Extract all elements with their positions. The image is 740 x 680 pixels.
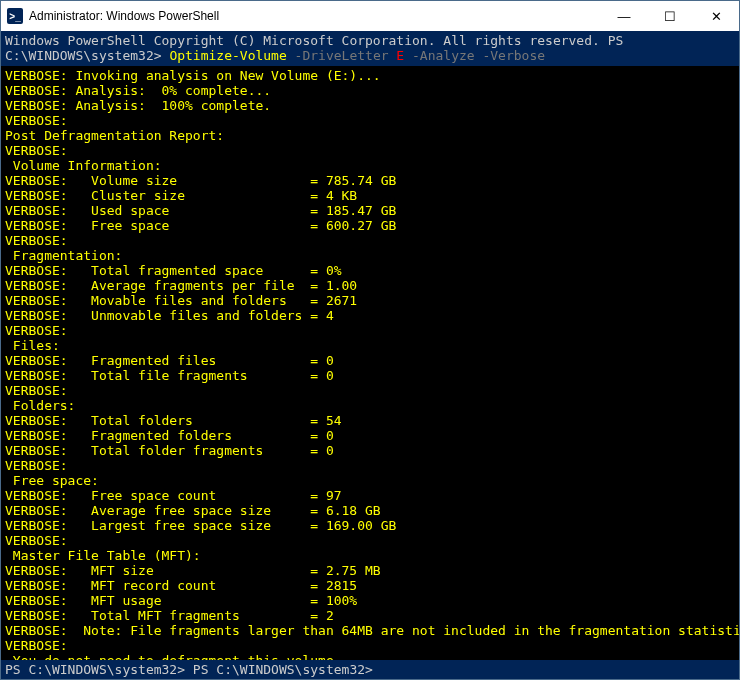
output-line: Volume Information:: [5, 158, 162, 173]
output-line: VERBOSE: Used space = 185.47 GB: [5, 203, 396, 218]
output-line: Master File Table (MFT):: [5, 548, 201, 563]
output-line: VERBOSE: MFT usage = 100%: [5, 593, 357, 608]
output-line: Fragmentation:: [5, 248, 122, 263]
arg-drive: E: [396, 48, 404, 63]
output-line: VERBOSE:: [5, 233, 68, 248]
output-line: VERBOSE: Movable files and folders = 267…: [5, 293, 357, 308]
output-line: VERBOSE: MFT size = 2.75 MB: [5, 563, 381, 578]
window-title: Administrator: Windows PowerShell: [29, 9, 601, 23]
output-line: VERBOSE:: [5, 323, 68, 338]
output-line: VERBOSE: Invoking analysis on New Volume…: [5, 68, 381, 83]
output-line: VERBOSE: Fragmented files = 0: [5, 353, 334, 368]
output-line: VERBOSE: Free space count = 97: [5, 488, 342, 503]
output-line: VERBOSE: Total MFT fragments = 2: [5, 608, 334, 623]
output-line: VERBOSE: Average fragments per file = 1.…: [5, 278, 357, 293]
param-analyze: -Analyze: [412, 48, 475, 63]
param-verbose: -Verbose: [482, 48, 545, 63]
output-line: VERBOSE: Total folder fragments = 0: [5, 443, 334, 458]
output-line: VERBOSE:: [5, 113, 68, 128]
output-line: VERBOSE: Analysis: 100% complete.: [5, 98, 271, 113]
output-line: VERBOSE:: [5, 458, 68, 473]
output-line: Post Defragmentation Report:: [5, 128, 224, 143]
maximize-button[interactable]: ☐: [647, 1, 693, 31]
output-line: VERBOSE: Total folders = 54: [5, 413, 342, 428]
prompt-line: PS C:\WINDOWS\system32>: [193, 662, 373, 677]
output-line: VERBOSE:: [5, 533, 68, 548]
banner: Windows PowerShell Copyright (C) Microso…: [1, 31, 739, 66]
output-line: Files:: [5, 338, 60, 353]
output-line: VERBOSE: Fragmented folders = 0: [5, 428, 334, 443]
param-driveletter: -DriveLetter: [295, 48, 389, 63]
titlebar[interactable]: >_ Administrator: Windows PowerShell — ☐…: [1, 1, 739, 31]
output-line: VERBOSE: Analysis: 0% complete...: [5, 83, 271, 98]
banner-line2: Copyright (C) Microsoft Corporation. All…: [154, 33, 600, 48]
command: Optimize-Volume: [169, 48, 286, 63]
output-line: VERBOSE: Volume size = 785.74 GB: [5, 173, 396, 188]
output-line: VERBOSE: Unmovable files and folders = 4: [5, 308, 334, 323]
output-line: VERBOSE: Largest free space size = 169.0…: [5, 518, 396, 533]
output-line: VERBOSE: Note: File fragments larger tha…: [5, 623, 739, 638]
prompt-line: PS C:\WINDOWS\system32>: [5, 662, 185, 677]
powershell-window: >_ Administrator: Windows PowerShell — ☐…: [0, 0, 740, 680]
prompt-area[interactable]: PS C:\WINDOWS\system32> PS C:\WINDOWS\sy…: [1, 660, 739, 679]
output-line: VERBOSE:: [5, 143, 68, 158]
output-line: VERBOSE: Total file fragments = 0: [5, 368, 334, 383]
banner-line1: Windows PowerShell: [5, 33, 146, 48]
output-line: Free space:: [5, 473, 99, 488]
output-line: VERBOSE:: [5, 383, 68, 398]
output-line: Folders:: [5, 398, 75, 413]
terminal-output[interactable]: VERBOSE: Invoking analysis on New Volume…: [1, 66, 739, 660]
output-line: VERBOSE: MFT record count = 2815: [5, 578, 357, 593]
close-button[interactable]: ✕: [693, 1, 739, 31]
output-line: You do not need to defragment this volum…: [5, 653, 342, 660]
output-line: VERBOSE: Free space = 600.27 GB: [5, 218, 396, 233]
output-line: VERBOSE: Total fragmented space = 0%: [5, 263, 342, 278]
output-line: VERBOSE: Average free space size = 6.18 …: [5, 503, 381, 518]
minimize-button[interactable]: —: [601, 1, 647, 31]
window-controls: — ☐ ✕: [601, 1, 739, 31]
output-line: VERBOSE: Cluster size = 4 KB: [5, 188, 357, 203]
app-icon: >_: [7, 8, 23, 24]
output-line: VERBOSE:: [5, 638, 68, 653]
